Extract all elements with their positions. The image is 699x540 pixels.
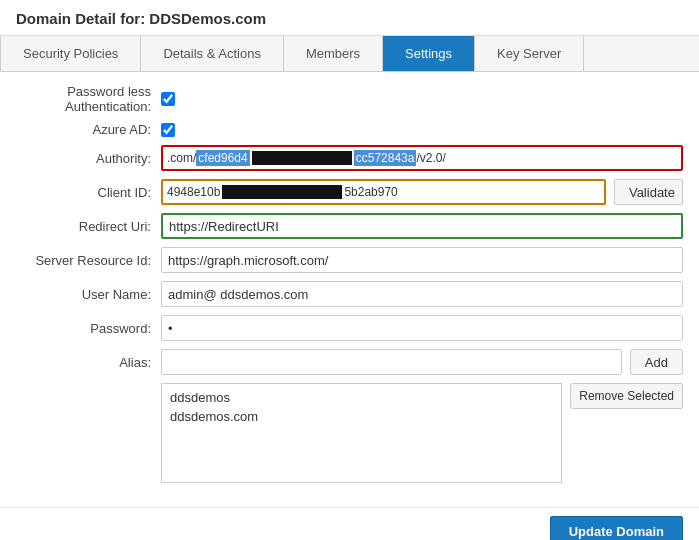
update-domain-button[interactable]: Update Domain bbox=[550, 516, 683, 540]
username-row: User Name: bbox=[16, 281, 683, 307]
bottom-bar: Update Domain bbox=[0, 507, 699, 540]
tab-members[interactable]: Members bbox=[284, 36, 383, 71]
client-id-label: Client ID: bbox=[16, 185, 161, 200]
tab-security-policies[interactable]: Security Policies bbox=[0, 36, 141, 71]
client-id-row: Client ID: 4948e10b5b2ab970 Validate bbox=[16, 179, 683, 205]
azure-ad-checkbox[interactable] bbox=[161, 123, 175, 137]
client-id-suffix: 5b2ab970 bbox=[344, 185, 397, 199]
tab-details-actions[interactable]: Details & Actions bbox=[141, 36, 284, 71]
alias-action-buttons: Remove Selected bbox=[570, 383, 683, 409]
authority-prefix: .com/ bbox=[167, 151, 196, 165]
authority-row: Authority: .com/cfed96d4cc572843a/v2.0/ bbox=[16, 145, 683, 171]
header-domain: DDSDemos.com bbox=[149, 10, 266, 27]
server-resource-input[interactable] bbox=[161, 247, 683, 273]
remove-selected-button[interactable]: Remove Selected bbox=[570, 383, 683, 409]
password-less-auth-row: Password less Authentication: bbox=[16, 84, 683, 114]
password-row: Password: bbox=[16, 315, 683, 341]
client-id-hidden bbox=[222, 185, 342, 199]
client-id-wrap: 4948e10b5b2ab970 Validate bbox=[161, 179, 683, 205]
authority-hidden bbox=[252, 151, 352, 165]
validate-button[interactable]: Validate bbox=[614, 179, 683, 205]
redirect-uri-label: Redirect Uri: bbox=[16, 219, 161, 234]
authority-highlight2: cc572843a bbox=[354, 150, 417, 166]
alias-input[interactable] bbox=[161, 349, 622, 375]
redirect-uri-row: Redirect Uri: bbox=[16, 213, 683, 239]
form-content: Password less Authentication: Azure AD: … bbox=[0, 72, 699, 507]
redirect-uri-wrap bbox=[161, 213, 683, 239]
password-less-auth-checkbox-wrap bbox=[161, 92, 175, 106]
authority-label: Authority: bbox=[16, 151, 161, 166]
password-less-auth-wrap bbox=[161, 92, 683, 106]
tab-bar: Security Policies Details & Actions Memb… bbox=[0, 36, 699, 72]
alias-list-wrap: ddsdemos ddsdemos.com Remove Selected bbox=[16, 383, 683, 483]
server-resource-row: Server Resource Id: bbox=[16, 247, 683, 273]
tab-settings[interactable]: Settings bbox=[383, 36, 475, 71]
list-item[interactable]: ddsdemos bbox=[166, 388, 557, 407]
add-button[interactable]: Add bbox=[630, 349, 683, 375]
password-input[interactable] bbox=[161, 315, 683, 341]
header-prefix: Domain Detail for: bbox=[16, 10, 149, 27]
username-wrap bbox=[161, 281, 683, 307]
server-resource-label: Server Resource Id: bbox=[16, 253, 161, 268]
password-less-auth-checkbox[interactable] bbox=[161, 92, 175, 106]
tab-key-server[interactable]: Key Server bbox=[475, 36, 584, 71]
azure-ad-checkbox-wrap bbox=[161, 123, 175, 137]
alias-list-area: ddsdemos ddsdemos.com Remove Selected bbox=[161, 383, 683, 483]
authority-input[interactable]: .com/cfed96d4cc572843a/v2.0/ bbox=[161, 145, 683, 171]
password-less-auth-label: Password less Authentication: bbox=[16, 84, 161, 114]
alias-wrap: Add bbox=[161, 349, 683, 375]
username-input[interactable] bbox=[161, 281, 683, 307]
authority-highlight1: cfed96d4 bbox=[196, 150, 249, 166]
alias-row: Alias: Add bbox=[16, 349, 683, 375]
alias-label: Alias: bbox=[16, 355, 161, 370]
azure-ad-row: Azure AD: bbox=[16, 122, 683, 137]
server-resource-wrap bbox=[161, 247, 683, 273]
client-id-prefix: 4948e10b bbox=[167, 185, 220, 199]
client-id-input[interactable]: 4948e10b5b2ab970 bbox=[161, 179, 606, 205]
list-item[interactable]: ddsdemos.com bbox=[166, 407, 557, 426]
authority-suffix: /v2.0/ bbox=[416, 151, 445, 165]
password-label: Password: bbox=[16, 321, 161, 336]
authority-wrap: .com/cfed96d4cc572843a/v2.0/ bbox=[161, 145, 683, 171]
azure-ad-wrap bbox=[161, 123, 683, 137]
alias-listbox[interactable]: ddsdemos ddsdemos.com bbox=[161, 383, 562, 483]
azure-ad-label: Azure AD: bbox=[16, 122, 161, 137]
redirect-uri-input[interactable] bbox=[161, 213, 683, 239]
username-label: User Name: bbox=[16, 287, 161, 302]
page-header: Domain Detail for: DDSDemos.com bbox=[0, 0, 699, 36]
password-wrap bbox=[161, 315, 683, 341]
